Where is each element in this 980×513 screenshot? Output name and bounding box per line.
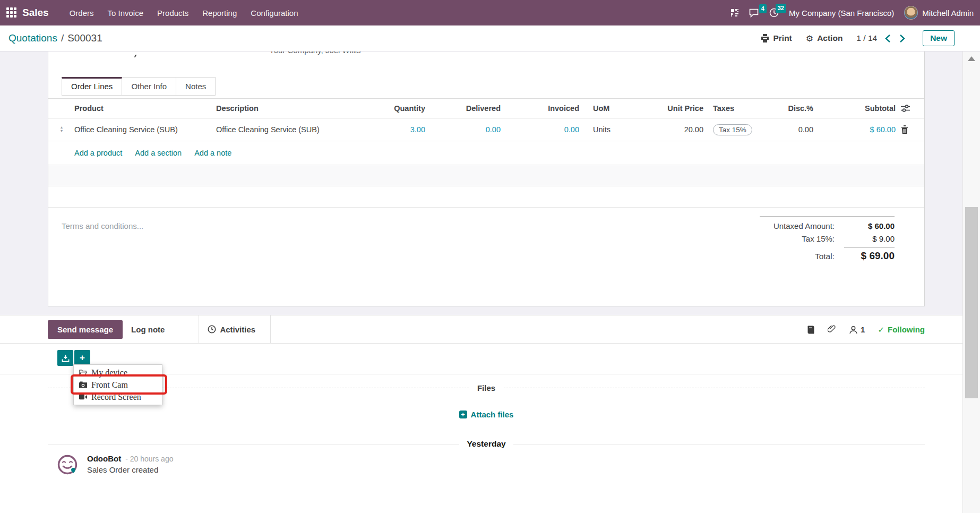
scrollbar-up-arrow[interactable] [968, 56, 975, 61]
attach-files-button[interactable]: + Attach files [459, 410, 514, 419]
breadcrumb-parent-link[interactable]: Quotations [8, 32, 57, 44]
total-row: Total: $ 69.00 [760, 250, 895, 262]
message-timestamp: - 20 hours ago [125, 455, 173, 463]
control-panel-right: Print ⚙ Action 1 / 14 New [761, 30, 955, 46]
print-button[interactable]: Print [761, 33, 792, 43]
menu-item-my-device[interactable]: My device [74, 366, 162, 379]
scrollbar-thumb[interactable] [965, 207, 978, 398]
sheet-bottom: Terms and conditions... Untaxed Amount: … [48, 208, 924, 305]
following-button[interactable]: ✓ Following [878, 325, 925, 335]
app-name[interactable]: Sales [22, 7, 49, 19]
breadcrumb-current: S00031 [67, 32, 102, 44]
odoobot-avatar [57, 454, 78, 475]
optional-columns-icon[interactable] [896, 105, 925, 112]
col-product: Product [74, 104, 216, 113]
nav-item-products[interactable]: Products [150, 0, 195, 25]
gear-icon: ⚙ [806, 33, 813, 44]
pager-value: 1 / 14 [856, 33, 877, 43]
read-log-icon[interactable] [806, 326, 815, 334]
chatter-topbar: Send message Log note Activities [0, 315, 962, 344]
files-section-divider: Files [48, 383, 925, 392]
cell-taxes[interactable]: Tax 15% [703, 124, 765, 135]
tab-other-info[interactable]: Other Info [122, 77, 176, 96]
chatter: Send message Log note Activities [0, 315, 962, 513]
tab-order-lines[interactable]: Order Lines [62, 77, 122, 96]
col-uom: UoM [579, 104, 627, 113]
message-content: OdooBot - 20 hours ago Sales Order creat… [87, 454, 173, 475]
board-icon[interactable] [730, 8, 739, 17]
cell-quantity[interactable]: 3.00 [372, 125, 425, 134]
add-note-link[interactable]: Add a note [194, 149, 231, 157]
video-camera-icon [79, 394, 87, 400]
menu-item-front-cam[interactable]: Front Cam [74, 379, 162, 391]
drag-handle-icon[interactable]: ▴▾ [48, 126, 66, 133]
col-quantity: Quantity [372, 104, 425, 113]
send-message-button[interactable]: Send message [48, 320, 123, 339]
navbar-left: Sales Orders To Invoice Products Reporti… [0, 0, 305, 25]
delete-row-icon[interactable] [896, 125, 925, 134]
attachment-upload-buttons: + [57, 350, 90, 366]
action-button[interactable]: ⚙ Action [806, 33, 843, 44]
nav-item-configuration[interactable]: Configuration [244, 0, 305, 25]
cell-unit-price[interactable]: 20.00 [627, 125, 703, 134]
add-section-link[interactable]: Add a section [135, 149, 182, 157]
upload-file-button[interactable] [57, 350, 73, 366]
nav-item-to-invoice[interactable]: To Invoice [101, 0, 151, 25]
nav-item-reporting[interactable]: Reporting [195, 0, 244, 25]
clipped-field-value[interactable]: Your Company, Joel Willis [269, 52, 361, 55]
followers-count: 1 [861, 325, 865, 334]
control-panel: Quotations/S00031 Print ⚙ Action 1 / 14 … [0, 25, 980, 52]
attachment-source-menu: My device Front Cam Record Screen [73, 364, 162, 405]
col-delivered: Delivered [425, 104, 501, 113]
cell-description[interactable]: Office Cleaning Service (SUB) [216, 125, 372, 134]
pager-next-icon[interactable] [899, 34, 906, 43]
menu-item-record-screen[interactable]: Record Screen [74, 391, 162, 403]
terms-placeholder[interactable]: Terms and conditions... [62, 221, 143, 230]
col-taxes: Taxes [703, 104, 765, 113]
add-attachment-button[interactable]: + [74, 350, 90, 366]
col-unit-price: Unit Price [627, 104, 703, 113]
nav-item-orders[interactable]: Orders [63, 0, 101, 25]
messages-icon[interactable]: 4 [749, 8, 759, 18]
add-product-link[interactable]: Add a product [74, 149, 122, 157]
cell-product[interactable]: Office Cleaning Service (SUB) [74, 125, 216, 134]
plus-square-icon: + [459, 411, 467, 418]
log-note-button[interactable]: Log note [123, 320, 173, 339]
user-name: Mitchell Admin [922, 8, 974, 18]
followers-icon[interactable]: 1 [849, 325, 865, 334]
untaxed-row: Untaxed Amount: $ 60.00 [760, 221, 895, 230]
printer-icon [761, 34, 769, 42]
apps-grid-icon[interactable] [6, 7, 17, 18]
activities-clock-icon[interactable]: 32 [769, 8, 779, 18]
vertical-scrollbar[interactable] [962, 52, 980, 513]
activities-badge: 32 [776, 4, 786, 13]
notebook-tabs: Order Lines Other Info Notes [62, 77, 924, 96]
col-subtotal: Subtotal [813, 104, 896, 113]
cell-invoiced[interactable]: 0.00 [501, 125, 579, 134]
tax-pill: Tax 15% [713, 124, 752, 135]
tab-notes[interactable]: Notes [176, 77, 216, 96]
message-body: Sales Order created [87, 465, 173, 474]
totals-divider [760, 216, 895, 217]
cell-subtotal: $ 60.00 [813, 125, 896, 134]
order-lines-header: Product Description Quantity Delivered I… [48, 98, 924, 118]
cell-delivered[interactable]: 0.00 [425, 125, 501, 134]
totals-block: Untaxed Amount: $ 60.00 Tax 15%: $ 9.00 … [760, 216, 895, 266]
form-view: Your Company, Joel Willis Order Lines Ot… [0, 52, 980, 513]
attachment-paperclip-icon[interactable] [828, 325, 836, 334]
user-avatar [904, 6, 918, 20]
new-button[interactable]: New [923, 30, 955, 46]
cell-disc[interactable]: 0.00 [765, 125, 813, 134]
activities-button[interactable]: Activities [199, 320, 264, 339]
company-switcher[interactable]: My Company (San Francisco) [789, 8, 894, 18]
divider [270, 315, 271, 344]
message-author[interactable]: OdooBot [87, 454, 121, 463]
clipped-field-row: Your Company, Joel Willis [48, 52, 924, 59]
user-menu[interactable]: Mitchell Admin [904, 6, 974, 20]
pager-previous-icon[interactable] [884, 34, 891, 43]
col-invoiced: Invoiced [501, 104, 579, 113]
cell-uom[interactable]: Units [579, 125, 627, 134]
breadcrumb-separator: / [61, 32, 64, 44]
col-description: Description [216, 104, 372, 113]
date-divider: Yesterday [48, 439, 925, 449]
